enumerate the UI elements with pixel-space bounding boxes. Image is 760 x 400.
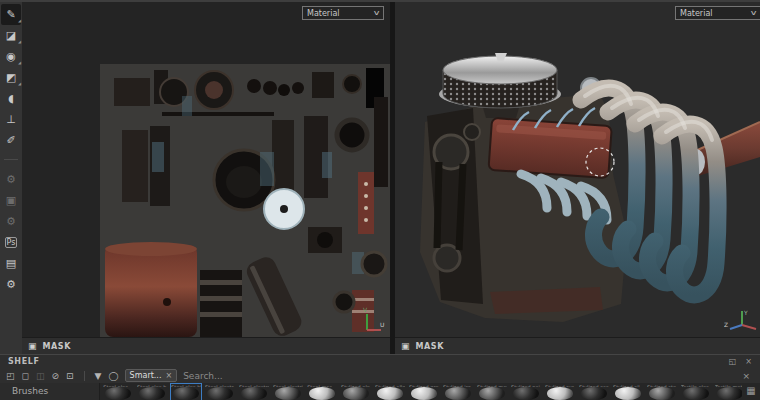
mask-toggle-icon[interactable]: ▣ <box>28 342 37 351</box>
shelf-header: SHELF ◱ × <box>0 355 760 368</box>
material-sphere-preview <box>649 387 675 400</box>
svg-text:V: V <box>363 306 368 313</box>
shelf-thumbnail[interactable]: Stylized ste... <box>646 383 678 400</box>
material-mode-dropdown-3d[interactable]: Material ∨ <box>675 6 760 20</box>
material-sphere-preview <box>547 387 573 400</box>
material-picker-tool[interactable]: ✐ <box>1 130 21 151</box>
material-sphere-preview <box>275 387 301 400</box>
shelf-thumbnail[interactable]: Stylized gre... <box>408 383 440 400</box>
shelf-thumbnail[interactable]: Stylized sil... <box>612 383 644 400</box>
svg-text:Y: Y <box>743 309 748 316</box>
tool-flyout-caret: ◢ <box>18 60 21 65</box>
2d-viewport[interactable]: Material ∨ V U ▣ MASK <box>22 2 390 354</box>
filter-tag-label: Smart... <box>130 371 162 380</box>
tool-flyout-caret: ◢ <box>18 18 21 23</box>
smudge-tool[interactable]: ◖ <box>1 88 21 109</box>
material-sphere-preview <box>717 387 742 400</box>
shelf-thumbnail[interactable]: Steel mac... <box>306 383 338 400</box>
shelf-thumbnail[interactable]: Steel elec b... <box>136 383 168 400</box>
lazy-mouse-icon[interactable]: ⚙ <box>1 211 21 232</box>
material-sphere-preview <box>445 387 471 400</box>
mask-label: MASK <box>43 342 72 351</box>
shelf-thumbnail[interactable]: Tactile elec... <box>680 383 712 400</box>
category-item-brushes[interactable]: Brushes <box>12 386 99 396</box>
resources-doc-icon[interactable]: ▤ <box>1 253 21 274</box>
material-sphere-preview <box>241 387 267 400</box>
material-mode-label: Material <box>307 9 340 18</box>
folder-icon[interactable]: ◰ <box>6 371 15 381</box>
clone-stamp-tool[interactable]: ⊥ <box>1 109 21 130</box>
chevron-down-icon: ∨ <box>372 9 380 17</box>
filter-tag-close-icon[interactable]: × <box>165 371 172 380</box>
grid-view-icon[interactable]: ▦ <box>742 383 760 400</box>
shelf-thumbnail[interactable]: Steel electro... <box>238 383 270 400</box>
mask-toggle-icon[interactable]: ▣ <box>401 342 410 351</box>
live-filter-icon[interactable]: ◯ <box>109 371 119 381</box>
material-sphere-preview <box>513 387 539 400</box>
shelf-thumbnail-row: Steel elec...Steel elec b...Steel elec b… <box>100 383 742 400</box>
uv-axis-gizmo: V U <box>360 306 386 334</box>
shelf-thumbnail[interactable]: Stylized pai... <box>510 383 542 400</box>
shelf-thumbnail[interactable]: Stylized iro... <box>442 383 474 400</box>
3d-viewport-canvas[interactable] <box>395 2 760 337</box>
import-resources-icon[interactable]: ⊡ <box>66 371 74 381</box>
material-sphere-preview <box>581 387 607 400</box>
material-sphere-preview <box>173 387 199 400</box>
svg-text:Z: Z <box>724 321 728 328</box>
toolbar-separator <box>84 371 85 381</box>
shelf-category-list: Brushes <box>0 383 100 400</box>
photoshop-export-icon[interactable]: Ps <box>1 232 21 253</box>
substance-painter-window: ✎◢◪◢◉◢◩◢◖⊥✐⚙▣⚙Ps▤⚙ <box>0 0 760 400</box>
material-mode-dropdown[interactable]: Material ∨ <box>302 6 384 20</box>
symmetry-icon[interactable]: ▣ <box>1 190 21 211</box>
save-icon[interactable]: ◫ <box>36 371 45 381</box>
mask-label: MASK <box>416 342 445 351</box>
material-sphere-preview <box>105 387 131 400</box>
2d-mask-bar: ▣ MASK <box>22 337 390 354</box>
shelf-thumbnail[interactable]: Stylized rus... <box>544 383 576 400</box>
tool-flyout-caret: ◢ <box>18 39 21 44</box>
material-sphere-preview <box>309 387 335 400</box>
shelf-toolbar: ◰◻◫⊘⊡▼◯ Smart... × × <box>0 368 760 383</box>
polygon-fill-tool[interactable]: ◩◢ <box>1 67 21 88</box>
close-panel-icon[interactable]: × <box>745 358 752 366</box>
3d-viewport[interactable]: Material ∨ Y Z ▣ MASK <box>395 2 760 354</box>
shelf-title: SHELF <box>8 357 39 366</box>
shelf-thumbnail[interactable]: Stylized mes... <box>476 383 508 400</box>
hide-resources-icon[interactable]: ⊘ <box>52 371 60 381</box>
shelf-thumbnail[interactable]: Stylized ele... <box>340 383 372 400</box>
shelf-icon-group: ◰◻◫⊘⊡▼◯ <box>6 371 119 381</box>
svg-text:U: U <box>380 321 384 328</box>
material-sphere-preview <box>139 387 165 400</box>
material-sphere-preview <box>343 387 369 400</box>
shelf-thumbnail[interactable]: Steel elec... <box>102 383 134 400</box>
3d-mask-bar: ▣ MASK <box>395 337 760 354</box>
material-sphere-preview <box>479 387 505 400</box>
settings-icon[interactable]: ⚙ <box>1 274 21 295</box>
filter-tag-chip[interactable]: Smart... × <box>125 369 178 382</box>
quick-mask-icon[interactable]: ⚙ <box>1 169 21 190</box>
material-sphere-preview <box>411 387 437 400</box>
projection-tool[interactable]: ◉◢ <box>1 46 21 67</box>
shelf-panel: SHELF ◱ × ◰◻◫⊘⊡▼◯ Smart... × × Brushes S… <box>0 354 760 400</box>
paint-brush-tool[interactable]: ✎◢ <box>1 4 21 25</box>
material-sphere-preview <box>683 387 709 400</box>
shelf-search-input[interactable] <box>183 371 736 381</box>
shelf-thumbnail[interactable]: Steel elec bl... <box>170 383 202 400</box>
3d-axis-gizmo[interactable]: Y Z <box>724 307 758 335</box>
shelf-thumbnail[interactable]: Stylized allo... <box>374 383 406 400</box>
shelf-thumbnail[interactable]: Steel electr... <box>204 383 236 400</box>
undock-panel-icon[interactable]: ◱ <box>729 358 737 366</box>
chevron-down-icon: ∨ <box>749 9 757 17</box>
shelf-thumbnail[interactable]: Tactile met... <box>714 383 742 400</box>
shelf-thumbnail[interactable]: Steel electri... <box>272 383 304 400</box>
new-file-icon[interactable]: ◻ <box>22 371 29 381</box>
shelf-content: Brushes Steel elec...Steel elec b...Stee… <box>0 383 760 400</box>
material-sphere-preview <box>615 387 641 400</box>
filter-icon[interactable]: ▼ <box>95 371 102 381</box>
eraser-tool[interactable]: ◪◢ <box>1 25 21 46</box>
material-sphere-preview <box>377 387 403 400</box>
2d-viewport-canvas[interactable] <box>22 2 390 337</box>
shelf-thumbnail[interactable]: Stylized sca... <box>578 383 610 400</box>
search-clear-icon[interactable]: × <box>742 371 750 381</box>
